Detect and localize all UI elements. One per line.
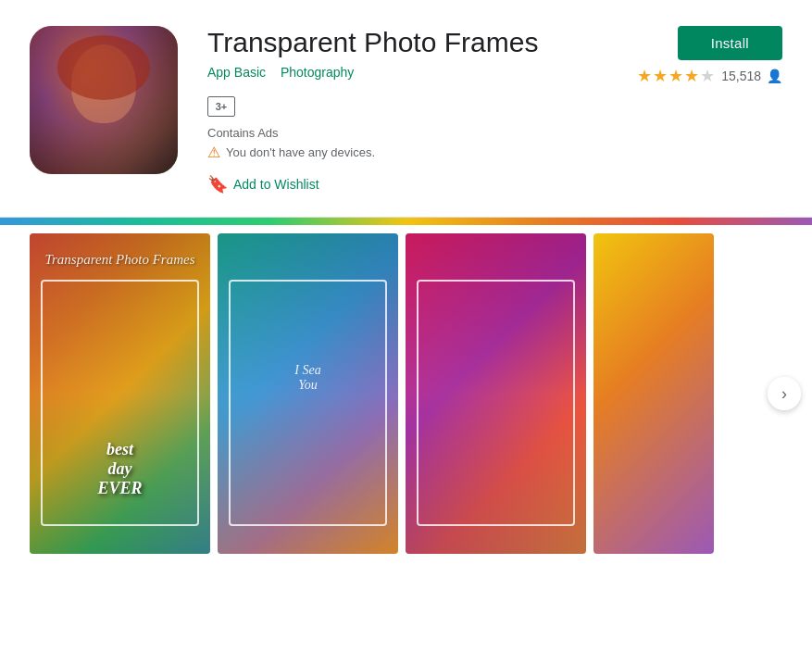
star-rating: ★ ★ ★ ★ ★ <box>637 66 716 86</box>
color-bar <box>0 218 812 225</box>
meta-separator <box>271 65 275 80</box>
app-info-section: Transparent Photo Frames App Basic Photo… <box>0 0 812 218</box>
next-screenshot-button[interactable]: › <box>768 377 801 410</box>
actions-row: 🔖 Add to Wishlist <box>207 174 782 194</box>
age-badge: 3+ <box>207 96 235 117</box>
ss2-frame <box>229 280 387 526</box>
star-4: ★ <box>684 66 700 86</box>
rating-count: 15,518 <box>721 69 761 83</box>
ss1-header: Transparent Photo Frames <box>30 252 210 268</box>
screenshot-4[interactable] <box>593 233 714 554</box>
ss1-text: bestdayEVER <box>30 440 210 498</box>
no-devices-row: ⚠ You don't have any devices. <box>207 144 782 161</box>
chevron-right-icon: › <box>781 384 787 404</box>
ss2-text: I SeaYou <box>236 363 380 393</box>
install-button[interactable]: Install <box>678 26 782 60</box>
app-meta-row: App Basic Photography <box>207 65 354 80</box>
wishlist-label: Add to Wishlist <box>233 177 319 192</box>
bookmark-icon: 🔖 <box>207 174 228 194</box>
add-to-wishlist-button[interactable]: 🔖 Add to Wishlist <box>207 174 319 194</box>
star-1: ★ <box>637 66 653 86</box>
ss3-frame <box>417 280 575 526</box>
screenshot-3[interactable] <box>406 233 586 554</box>
star-3: ★ <box>668 66 684 86</box>
warning-icon: ⚠ <box>207 144 220 161</box>
star-5: ★ <box>700 66 716 86</box>
screenshot-2[interactable]: I SeaYou <box>218 233 398 554</box>
no-devices-text: You don't have any devices. <box>226 145 375 159</box>
screenshots-container: Transparent Photo Frames bestdayEVER I S… <box>0 219 812 569</box>
star-2: ★ <box>653 66 668 86</box>
app-developer-link[interactable]: App Basic <box>207 65 266 80</box>
screenshots-section: Transparent Photo Frames bestdayEVER I S… <box>0 218 812 570</box>
rating-row: ★ ★ ★ ★ ★ 15,518 👤 <box>637 66 782 86</box>
app-meta-and-rating: App Basic Photography ★ ★ ★ ★ ★ 15,518 👤 <box>207 65 782 87</box>
screenshot-1[interactable]: Transparent Photo Frames bestdayEVER <box>30 233 210 554</box>
app-icon <box>30 26 178 174</box>
person-icon: 👤 <box>767 69 782 83</box>
app-category-link[interactable]: Photography <box>281 65 354 80</box>
contains-ads-label: Contains Ads <box>207 126 782 140</box>
